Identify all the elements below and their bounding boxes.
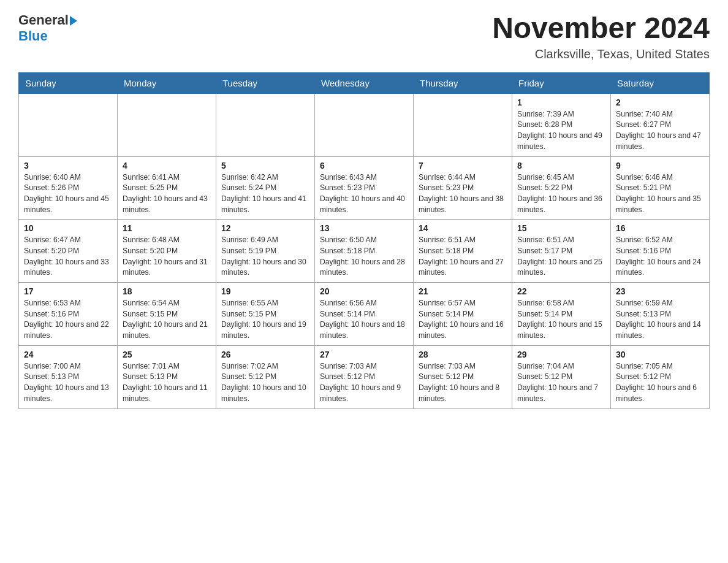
calendar-cell: 24Sunrise: 7:00 AM Sunset: 5:13 PM Dayli… — [19, 345, 118, 408]
week-row-2: 10Sunrise: 6:47 AM Sunset: 5:20 PM Dayli… — [19, 220, 710, 283]
calendar-cell: 1Sunrise: 7:39 AM Sunset: 6:28 PM Daylig… — [512, 93, 611, 156]
day-number: 15 — [517, 223, 605, 233]
day-info: Sunrise: 6:51 AM Sunset: 5:17 PM Dayligh… — [517, 235, 605, 278]
day-info: Sunrise: 6:50 AM Sunset: 5:18 PM Dayligh… — [320, 235, 408, 278]
day-number: 1 — [517, 98, 605, 107]
calendar-cell: 9Sunrise: 6:46 AM Sunset: 5:21 PM Daylig… — [611, 156, 710, 220]
day-number: 11 — [123, 223, 211, 233]
day-info: Sunrise: 6:45 AM Sunset: 5:22 PM Dayligh… — [517, 172, 605, 216]
week-row-1: 3Sunrise: 6:40 AM Sunset: 5:26 PM Daylig… — [19, 156, 710, 220]
day-number: 2 — [616, 98, 704, 107]
weekday-header-tuesday: Tuesday — [216, 72, 315, 93]
day-info: Sunrise: 6:57 AM Sunset: 5:14 PM Dayligh… — [419, 298, 507, 342]
day-number: 22 — [517, 286, 605, 296]
day-number: 9 — [616, 161, 704, 170]
calendar-cell: 15Sunrise: 6:51 AM Sunset: 5:17 PM Dayli… — [512, 220, 611, 283]
calendar-cell: 5Sunrise: 6:42 AM Sunset: 5:24 PM Daylig… — [216, 156, 315, 220]
day-number: 8 — [517, 161, 605, 170]
day-number: 19 — [221, 286, 309, 296]
calendar-cell — [19, 93, 118, 156]
day-number: 21 — [419, 286, 507, 296]
day-info: Sunrise: 7:03 AM Sunset: 5:12 PM Dayligh… — [419, 361, 507, 405]
calendar-cell: 21Sunrise: 6:57 AM Sunset: 5:14 PM Dayli… — [414, 283, 512, 346]
day-number: 7 — [419, 161, 507, 170]
day-info: Sunrise: 6:52 AM Sunset: 5:16 PM Dayligh… — [616, 235, 704, 278]
day-info: Sunrise: 7:05 AM Sunset: 5:12 PM Dayligh… — [616, 361, 704, 405]
day-info: Sunrise: 6:46 AM Sunset: 5:21 PM Dayligh… — [616, 172, 704, 216]
day-info: Sunrise: 7:40 AM Sunset: 6:27 PM Dayligh… — [616, 109, 704, 153]
day-info: Sunrise: 6:40 AM Sunset: 5:26 PM Dayligh… — [24, 172, 112, 216]
calendar-cell: 2Sunrise: 7:40 AM Sunset: 6:27 PM Daylig… — [611, 93, 710, 156]
month-title: November 2024 — [492, 12, 710, 45]
day-info: Sunrise: 7:01 AM Sunset: 5:13 PM Dayligh… — [123, 361, 211, 405]
day-number: 24 — [24, 350, 112, 359]
day-info: Sunrise: 6:42 AM Sunset: 5:24 PM Dayligh… — [221, 172, 309, 216]
logo-general-text: General — [18, 12, 69, 28]
calendar-cell: 4Sunrise: 6:41 AM Sunset: 5:25 PM Daylig… — [118, 156, 216, 220]
logo-blue-text: Blue — [18, 28, 48, 44]
day-info: Sunrise: 6:47 AM Sunset: 5:20 PM Dayligh… — [24, 235, 112, 278]
day-number: 18 — [123, 286, 211, 296]
calendar-cell: 14Sunrise: 6:51 AM Sunset: 5:18 PM Dayli… — [414, 220, 512, 283]
day-number: 27 — [320, 350, 408, 359]
calendar-cell: 12Sunrise: 6:49 AM Sunset: 5:19 PM Dayli… — [216, 220, 315, 283]
day-info: Sunrise: 6:53 AM Sunset: 5:16 PM Dayligh… — [24, 298, 112, 342]
day-info: Sunrise: 6:48 AM Sunset: 5:20 PM Dayligh… — [123, 235, 211, 278]
day-number: 13 — [320, 223, 408, 233]
calendar-cell: 11Sunrise: 6:48 AM Sunset: 5:20 PM Dayli… — [118, 220, 216, 283]
day-number: 5 — [221, 161, 309, 170]
day-info: Sunrise: 7:39 AM Sunset: 6:28 PM Dayligh… — [517, 109, 605, 153]
calendar-cell: 20Sunrise: 6:56 AM Sunset: 5:14 PM Dayli… — [315, 283, 414, 346]
weekday-header-wednesday: Wednesday — [315, 72, 414, 93]
day-number: 12 — [221, 223, 309, 233]
day-info: Sunrise: 7:00 AM Sunset: 5:13 PM Dayligh… — [24, 361, 112, 405]
day-number: 20 — [320, 286, 408, 296]
calendar-cell — [414, 93, 512, 156]
day-number: 29 — [517, 350, 605, 359]
day-number: 16 — [616, 223, 704, 233]
weekday-header-monday: Monday — [118, 72, 216, 93]
day-number: 4 — [123, 161, 211, 170]
weekday-header-row: SundayMondayTuesdayWednesdayThursdayFrid… — [19, 72, 710, 93]
day-info: Sunrise: 6:43 AM Sunset: 5:23 PM Dayligh… — [320, 172, 408, 216]
day-number: 23 — [616, 286, 704, 296]
calendar-cell: 8Sunrise: 6:45 AM Sunset: 5:22 PM Daylig… — [512, 156, 611, 220]
location-text: Clarksville, Texas, United States — [492, 47, 710, 61]
day-info: Sunrise: 7:03 AM Sunset: 5:12 PM Dayligh… — [320, 361, 408, 405]
day-number: 30 — [616, 350, 704, 359]
calendar-cell: 23Sunrise: 6:59 AM Sunset: 5:13 PM Dayli… — [611, 283, 710, 346]
day-number: 3 — [24, 161, 112, 170]
calendar-cell: 17Sunrise: 6:53 AM Sunset: 5:16 PM Dayli… — [19, 283, 118, 346]
logo-arrow-icon — [70, 16, 77, 26]
calendar-cell: 19Sunrise: 6:55 AM Sunset: 5:15 PM Dayli… — [216, 283, 315, 346]
calendar-cell: 13Sunrise: 6:50 AM Sunset: 5:18 PM Dayli… — [315, 220, 414, 283]
day-info: Sunrise: 6:58 AM Sunset: 5:14 PM Dayligh… — [517, 298, 605, 342]
calendar-cell: 27Sunrise: 7:03 AM Sunset: 5:12 PM Dayli… — [315, 345, 414, 408]
calendar-title-area: November 2024 Clarksville, Texas, United… — [492, 12, 710, 61]
day-info: Sunrise: 6:59 AM Sunset: 5:13 PM Dayligh… — [616, 298, 704, 342]
calendar-cell: 6Sunrise: 6:43 AM Sunset: 5:23 PM Daylig… — [315, 156, 414, 220]
weekday-header-sunday: Sunday — [19, 72, 118, 93]
calendar-cell: 16Sunrise: 6:52 AM Sunset: 5:16 PM Dayli… — [611, 220, 710, 283]
logo: General Blue — [18, 12, 77, 44]
week-row-3: 17Sunrise: 6:53 AM Sunset: 5:16 PM Dayli… — [19, 283, 710, 346]
calendar-cell: 28Sunrise: 7:03 AM Sunset: 5:12 PM Dayli… — [414, 345, 512, 408]
day-number: 6 — [320, 161, 408, 170]
calendar-cell: 30Sunrise: 7:05 AM Sunset: 5:12 PM Dayli… — [611, 345, 710, 408]
day-number: 17 — [24, 286, 112, 296]
day-info: Sunrise: 6:54 AM Sunset: 5:15 PM Dayligh… — [123, 298, 211, 342]
weekday-header-saturday: Saturday — [611, 72, 710, 93]
weekday-header-friday: Friday — [512, 72, 611, 93]
day-info: Sunrise: 6:55 AM Sunset: 5:15 PM Dayligh… — [221, 298, 309, 342]
calendar-cell — [315, 93, 414, 156]
calendar-cell — [118, 93, 216, 156]
calendar-cell: 18Sunrise: 6:54 AM Sunset: 5:15 PM Dayli… — [118, 283, 216, 346]
calendar-cell: 26Sunrise: 7:02 AM Sunset: 5:12 PM Dayli… — [216, 345, 315, 408]
day-info: Sunrise: 6:56 AM Sunset: 5:14 PM Dayligh… — [320, 298, 408, 342]
calendar-table: SundayMondayTuesdayWednesdayThursdayFrid… — [18, 72, 710, 409]
day-info: Sunrise: 7:04 AM Sunset: 5:12 PM Dayligh… — [517, 361, 605, 405]
day-number: 26 — [221, 350, 309, 359]
day-number: 10 — [24, 223, 112, 233]
calendar-cell: 7Sunrise: 6:44 AM Sunset: 5:23 PM Daylig… — [414, 156, 512, 220]
day-info: Sunrise: 6:41 AM Sunset: 5:25 PM Dayligh… — [123, 172, 211, 216]
